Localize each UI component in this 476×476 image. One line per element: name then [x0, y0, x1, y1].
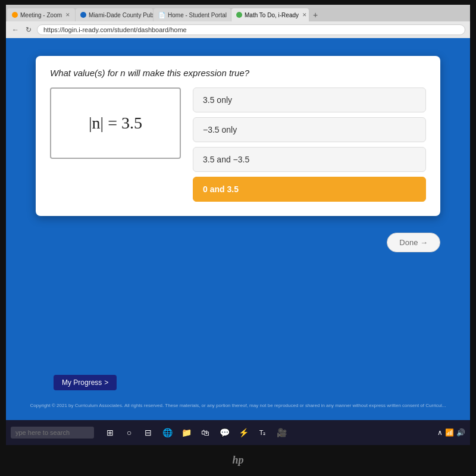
tab-icon-miami [80, 12, 86, 18]
taskbar-search-input[interactable] [11, 427, 94, 439]
taskbar-icon-edge[interactable]: 🌐 [159, 425, 175, 440]
expression-text: |n| = 3.5 [89, 114, 142, 133]
my-progress-button[interactable]: My Progress > [54, 375, 117, 390]
tab-doc-icon: 📄 [158, 12, 165, 18]
question-body: |n| = 3.5 3.5 only −3.5 only 3.5 and −3.… [50, 87, 426, 202]
address-bar[interactable]: https://login.i-ready.com/student/dashbo… [37, 24, 465, 35]
tab-close-portal[interactable]: ✕ [230, 12, 231, 18]
tab-label-miami: Miami-Dade County Public Sc [89, 12, 153, 18]
taskbar-icon-store[interactable]: 🛍 [198, 425, 213, 440]
back-button[interactable]: ← [11, 26, 20, 34]
tab-label-zoom: Meeting - Zoom [20, 12, 62, 18]
tab-close-iready[interactable]: ✕ [302, 12, 307, 18]
taskbar-icon-search[interactable]: ○ [121, 425, 137, 440]
tab-bar: Meeting - Zoom ✕ Miami-Dade County Publi… [6, 5, 470, 21]
my-progress-arrow: > [104, 378, 108, 387]
taskbar-icon-power[interactable]: ⚡ [236, 425, 251, 440]
done-button-container: Done → [36, 223, 440, 252]
monitor-bezel: Meeting - Zoom ✕ Miami-Dade County Publi… [0, 0, 476, 476]
system-tray-expand[interactable]: ∧ [437, 428, 443, 437]
taskbar-right: ∧ 📶 🔊 [437, 428, 465, 437]
footer-copyright: Copyright © 2021 by Curriculum Associate… [6, 403, 470, 408]
answer-choices: 3.5 only −3.5 only 3.5 and −3.5 0 and 3.… [193, 87, 426, 202]
tab-iready[interactable]: Math To Do, i-Ready ✕ [231, 8, 309, 21]
choice-d[interactable]: 0 and 3.5 [193, 177, 426, 202]
browser-content: What value(s) for n will make this expre… [6, 38, 470, 420]
address-bar-row: ← ↻ https://login.i-ready.com/student/da… [6, 21, 470, 38]
taskbar-icon-t2[interactable]: T₂ [255, 425, 270, 440]
taskbar: ⊞ ○ ⊟ 🌐 📁 🛍 💬 ⚡ T₂ 🎥 ∧ 📶 🔊 [6, 420, 470, 445]
taskbar-icon-windows[interactable]: ⊞ [102, 425, 118, 440]
screen: Meeting - Zoom ✕ Miami-Dade County Publi… [6, 5, 470, 445]
taskbar-icon-zoom[interactable]: 🎥 [274, 425, 289, 440]
tab-zoom[interactable]: Meeting - Zoom ✕ [7, 8, 75, 21]
taskbar-icons: ⊞ ○ ⊟ 🌐 📁 🛍 💬 ⚡ T₂ 🎥 [102, 425, 289, 440]
new-tab-button[interactable]: + [309, 8, 321, 21]
my-progress-label: My Progress [62, 378, 102, 387]
tab-portal[interactable]: 📄 Home - Student Portal ✕ [154, 8, 231, 21]
choice-b[interactable]: −3.5 only [193, 117, 426, 142]
hp-logo: hp [232, 454, 243, 466]
tab-label-portal: Home - Student Portal [168, 12, 227, 18]
taskbar-icon-chat[interactable]: 💬 [217, 425, 232, 440]
choice-a[interactable]: 3.5 only [193, 87, 426, 112]
reload-button[interactable]: ↻ [24, 26, 33, 34]
volume-icon[interactable]: 🔊 [456, 428, 465, 437]
wifi-icon[interactable]: 📶 [445, 428, 454, 437]
browser-chrome: Meeting - Zoom ✕ Miami-Dade County Publi… [6, 5, 470, 38]
question-card: What value(s) for n will make this expre… [36, 56, 440, 216]
tab-close-zoom[interactable]: ✕ [65, 12, 70, 18]
taskbar-icon-task[interactable]: ⊟ [140, 425, 156, 440]
choice-c[interactable]: 3.5 and −3.5 [193, 147, 426, 172]
expression-box: |n| = 3.5 [50, 87, 181, 159]
question-text: What value(s) for n will make this expre… [50, 68, 426, 78]
taskbar-icon-explorer[interactable]: 📁 [178, 425, 194, 440]
tab-miami[interactable]: Miami-Dade County Public Sc ✕ [76, 8, 153, 21]
tab-label-iready: Math To Do, i-Ready [245, 12, 299, 18]
hp-logo-area: hp [0, 445, 476, 475]
done-button[interactable]: Done → [387, 233, 440, 252]
tab-icon-iready [236, 12, 242, 18]
tab-icon-zoom [12, 12, 18, 18]
